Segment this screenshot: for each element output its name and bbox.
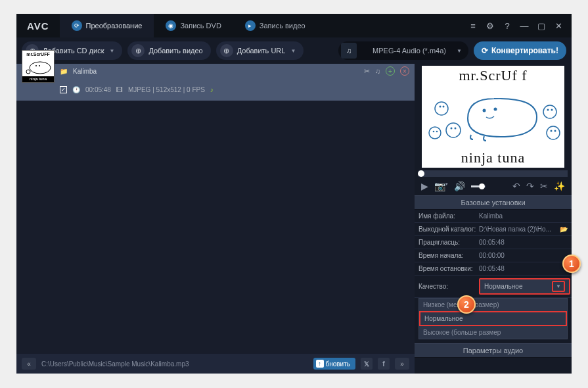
video-plus-icon: ⊕ [131, 44, 145, 57]
audio-params-header[interactable]: Параметры аудио [415, 343, 572, 358]
quality-option-high[interactable]: Высокое (больше размер [419, 326, 567, 339]
list-icon[interactable]: ≡ [468, 20, 478, 31]
update-label: бновить [326, 360, 351, 368]
globe-plus-icon: ⊕ [220, 44, 233, 57]
preview-title: mr.ScrUf f [422, 66, 564, 84]
svg-point-8 [443, 106, 445, 108]
svg-point-12 [429, 127, 441, 139]
chevron-down-icon: ▼ [110, 48, 115, 54]
add-icon[interactable]: + [386, 66, 395, 76]
update-button[interactable]: ↑ бновить [313, 358, 356, 370]
tab-dvd-label: Запись DVD [180, 22, 221, 30]
tab-dvd[interactable]: ◉ Запись DVD [154, 14, 233, 37]
twitter-icon[interactable]: 𝕏 [361, 358, 373, 370]
svg-point-4 [483, 109, 486, 112]
item-row[interactable]: ✓ 🕐 00:05:48 🎞 MJPEG | 512x512 | 0 FPS ♪ [16, 78, 415, 101]
volume-icon[interactable]: 🔊 [454, 181, 465, 191]
add-video-button[interactable]: ⊕ Добавить видео [127, 41, 210, 60]
main-toolbar: ⊕ Добавить CD диск ▼ ⊕ Добавить видео ⊕ … [16, 37, 572, 64]
collapse-left-icon[interactable]: « [22, 358, 36, 370]
output-label: Выходной каталог: [418, 226, 479, 233]
app-logo: AVC [16, 20, 60, 32]
svg-point-10 [451, 128, 453, 130]
convert-label: Конвертировать! [491, 46, 558, 55]
tab-video[interactable]: ▸ Запись видео [233, 14, 317, 37]
list-header: mr.ScrUFF ninja tuna 📁 Kalimba ✂ ♫ + × [16, 64, 415, 78]
film-icon: 🎞 [116, 86, 123, 93]
tab-convert-label: Преобразование [86, 22, 143, 30]
svg-point-3 [26, 70, 30, 74]
chevron-down-icon: ▼ [457, 48, 462, 54]
filename-value[interactable]: Kalimba [479, 212, 568, 220]
convert-icon: ⟳ [72, 20, 82, 31]
quality-select[interactable]: Нормальное ▼ [479, 278, 570, 295]
media-controls: ▶ 📷▾ 🔊 ↶ ↷ ✂ ✨ [415, 177, 572, 195]
svg-point-18 [547, 126, 560, 139]
chevron-down-icon: ▼ [290, 48, 296, 54]
quality-label: Качество: [418, 283, 479, 290]
duration-value: 00:05:48 [479, 239, 568, 246]
svg-point-19 [551, 130, 553, 132]
convert-button[interactable]: ⟳ Конвертировать! [474, 41, 566, 60]
tab-convert[interactable]: ⟳ Преобразование [60, 14, 154, 37]
svg-point-15 [543, 105, 556, 118]
svg-point-6 [435, 102, 448, 115]
svg-point-17 [551, 109, 553, 111]
svg-point-7 [440, 106, 441, 108]
svg-point-11 [455, 128, 457, 130]
format-selector[interactable]: ♫ MPEG-4 Audio (*.m4a) ▼ [338, 41, 468, 60]
gear-icon[interactable]: ⚙ [485, 20, 495, 31]
quality-value: Нормальное [484, 283, 522, 290]
marker-1: 1 [562, 255, 581, 273]
close-icon[interactable]: ✕ [553, 20, 564, 31]
minimize-icon[interactable]: — [519, 20, 530, 31]
right-panel: mr.ScrUf f [415, 64, 572, 374]
svg-point-5 [494, 108, 497, 111]
seek-slider[interactable] [418, 170, 568, 177]
stop-value[interactable]: 00:05:48 [479, 265, 568, 272]
item-thumbnail[interactable]: mr.ScrUFF ninja tuna [22, 50, 55, 83]
bottom-bar: « C:\Users\Public\Music\Sample Music\Kal… [16, 354, 415, 374]
folder-icon: 📁 [60, 68, 68, 75]
quality-option-normal[interactable]: Нормальное [419, 311, 567, 326]
settings-table: Имя файла:Kalimba Выходной каталог:D:\Но… [415, 210, 572, 298]
chevron-down-icon: ▼ [552, 281, 565, 292]
cut-icon[interactable]: ✂ [364, 67, 370, 76]
play-icon[interactable]: ▶ [421, 181, 428, 191]
tab-video-label: Запись видео [260, 22, 305, 30]
output-value[interactable]: D:\Новая папка (2)\Но...📂 [479, 226, 568, 233]
help-icon[interactable]: ? [502, 20, 512, 31]
stop-label: Время остановки: [418, 265, 479, 272]
scissors-icon[interactable]: ✂ [540, 181, 548, 191]
clock-icon: 🕐 [72, 86, 80, 93]
file-list-panel: mr.ScrUFF ninja tuna 📁 Kalimba ✂ ♫ + × ✓… [16, 64, 415, 374]
svg-point-16 [547, 109, 549, 111]
notes-icon[interactable]: ♫ [375, 67, 380, 75]
start-value[interactable]: 00:00:00 [479, 252, 568, 259]
collapse-right-icon[interactable]: » [395, 358, 409, 370]
rotate-left-icon[interactable]: ↶ [512, 181, 520, 191]
svg-point-1 [35, 65, 37, 66]
svg-point-20 [554, 130, 556, 132]
facebook-icon[interactable]: f [378, 358, 390, 370]
svg-point-0 [30, 62, 51, 74]
camera-icon[interactable]: 📷▾ [434, 181, 448, 191]
svg-point-14 [436, 131, 438, 133]
upload-icon: ↑ [316, 360, 324, 368]
rotate-right-icon[interactable]: ↷ [526, 181, 534, 191]
browse-icon[interactable]: 📂 [560, 226, 568, 233]
marker-2: 2 [457, 295, 476, 314]
fx-icon[interactable]: ✨ [554, 181, 565, 191]
volume-slider[interactable] [471, 185, 486, 187]
disc-icon: ◉ [166, 20, 176, 31]
codec-info: MJPEG | 512x512 | 0 FPS [128, 86, 205, 93]
add-video-label: Добавить видео [148, 47, 202, 55]
quality-option-low[interactable]: Низкое (меньше размер) [419, 299, 567, 311]
svg-point-2 [39, 65, 40, 66]
svg-point-13 [433, 131, 435, 133]
maximize-icon[interactable]: ▢ [536, 20, 547, 31]
music-note-icon: ♫ [341, 43, 357, 59]
remove-icon[interactable]: × [400, 66, 409, 76]
add-url-button[interactable]: ⊕ Добавить URL ▼ [216, 41, 304, 60]
checkbox[interactable]: ✓ [60, 86, 67, 93]
